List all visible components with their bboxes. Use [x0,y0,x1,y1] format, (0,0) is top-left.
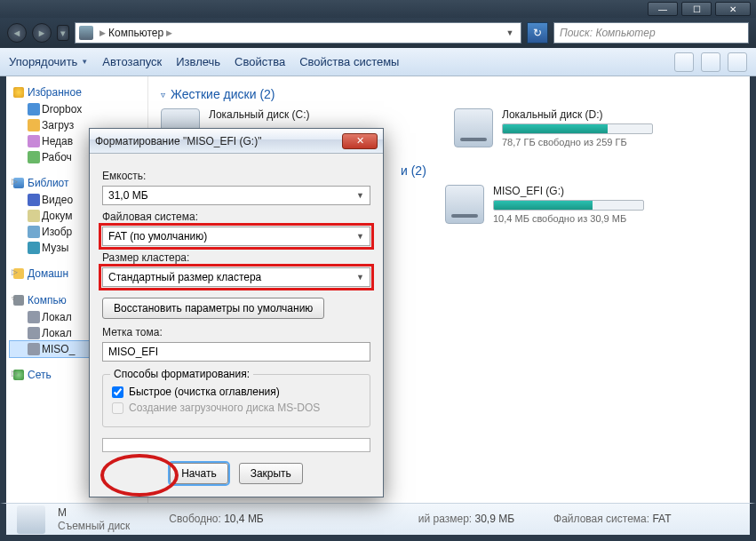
footer-fs-value: FAT [652,513,671,525]
desktop-icon [28,151,40,163]
view-button[interactable] [674,52,694,72]
dropbox-icon [28,103,40,115]
chevron-down-icon: ▼ [356,191,364,200]
properties-button[interactable]: Свойства [235,55,285,68]
chevron-right-icon: ▷ [12,177,18,186]
window-close-button[interactable]: ✕ [715,2,751,16]
history-dropdown[interactable]: ▾ [57,25,69,41]
capacity-label: Емкость: [102,170,370,182]
chevron-down-icon: ▿ [161,90,165,99]
highlight-annotation [100,454,179,497]
chevron-down-icon: ▼ [356,232,364,241]
dialog-title: Форматирование "MISO_EFI (G:)" [95,135,261,147]
usage-bar [493,200,644,211]
system-properties-button[interactable]: Свойства системы [299,55,399,68]
footer-name: M [58,506,130,520]
cluster-label: Размер кластера: [102,251,370,264]
removable-drive-icon [445,185,484,224]
checkbox-icon [112,402,123,414]
footer-totalsize-value: 30,9 МБ [474,513,514,525]
search-input[interactable]: Поиск: Компьютер [553,22,749,44]
autoplay-button[interactable]: Автозапуск [102,55,162,68]
volume-label-input[interactable] [102,342,370,362]
window-titlebar: — ☐ ✕ [0,0,756,18]
help-button[interactable] [728,52,747,72]
forward-button[interactable]: ► [32,23,52,43]
chevron-down-icon: ▿ [12,294,16,303]
drive-icon [28,343,40,355]
details-pane: M Съемный диск Свободно: 10,4 МБ ий разм… [0,503,756,541]
video-icon [28,194,40,206]
minimize-button[interactable]: — [648,2,678,16]
sidebar-favorites[interactable]: Избранное [10,84,144,101]
chevron-right-icon: ▷ [12,369,18,378]
footer-totalsize-label: ий размер: [418,513,472,525]
drive-g[interactable]: MISO_EFI (G:) 10,4 МБ свободно из 30,9 М… [445,185,712,224]
chevron-down-icon: ▼ [356,273,364,282]
restore-defaults-button[interactable]: Восстановить параметры по умолчанию [102,298,324,319]
eject-button[interactable]: Извлечь [176,55,220,68]
usage-bar [502,123,653,134]
back-button[interactable]: ◄ [7,23,27,43]
maximize-button[interactable]: ☐ [681,2,712,16]
address-bar[interactable]: ▶ Компьютер ▶ ▼ [75,22,521,44]
msdos-boot-checkbox: Создание загрузочного диска MS-DOS [112,402,361,414]
breadcrumb-location[interactable]: Компьютер [108,27,163,39]
drive-sublabel: 10,4 МБ свободно из 30,9 МБ [493,213,644,224]
chevron-right-icon: ▷ [12,267,18,276]
drive-label: Локальный диск (C:) [209,108,310,121]
close-button[interactable]: Закрыть [239,463,303,484]
filesystem-select[interactable]: FAT (по умолчанию)▼ [102,227,370,246]
navigation-row: ◄ ► ▾ ▶ Компьютер ▶ ▼ ↻ Поиск: Компьютер [0,18,756,48]
search-placeholder: Поиск: Компьютер [560,27,656,39]
refresh-button[interactable]: ↻ [527,22,548,44]
organize-menu[interactable]: Упорядочить▼ [9,55,88,68]
chevron-down-icon: ▼ [81,58,88,66]
volume-label-label: Метка тома: [102,326,370,338]
computer-icon [79,26,93,40]
cluster-select[interactable]: Стандартный размер кластера▼ [102,267,370,287]
footer-free-value: 10,4 МБ [224,513,264,525]
quick-format-checkbox[interactable]: Быстрое (очистка оглавления) [112,386,361,398]
drive-icon [28,311,40,323]
drive-label: MISO_EFI (G:) [493,185,644,197]
drive-d[interactable]: Локальный диск (D:) 78,7 ГБ свободно из … [454,108,720,147]
filesystem-label: Файловая система: [102,211,370,223]
preview-pane-button[interactable] [701,52,720,72]
format-dialog: Форматирование "MISO_EFI (G:)" ✕ Емкость… [89,128,384,497]
downloads-icon [28,119,40,131]
drive-icon [28,327,40,339]
command-toolbar: Упорядочить▼ Автозапуск Извлечь Свойства… [0,48,756,76]
footer-free-label: Свободно: [169,513,221,525]
drive-icon [17,505,45,534]
hdd-icon [454,108,493,147]
footer-type: Съемный диск [58,520,130,533]
breadcrumb-sep-icon: ▶ [99,28,106,37]
section-hard-disks[interactable]: ▿Жесткие диски (2) [161,84,737,108]
drive-label: Локальный диск (D:) [502,108,653,121]
format-progress [102,438,370,452]
dialog-titlebar[interactable]: Форматирование "MISO_EFI (G:)" ✕ [90,129,383,154]
start-button[interactable]: Начать [170,463,228,484]
recent-icon [28,135,40,147]
sidebar-item-dropbox[interactable]: Dropbox [10,101,144,117]
image-icon [28,226,40,238]
format-methods-label: Способы форматирования: [110,368,253,380]
document-icon [28,210,40,222]
address-dropdown-icon[interactable]: ▼ [503,28,517,37]
drive-sublabel: 78,7 ГБ свободно из 259 ГБ [502,137,653,147]
breadcrumb-sep-icon[interactable]: ▶ [166,28,172,37]
capacity-select[interactable]: 31,0 МБ▼ [102,186,370,205]
music-icon [28,242,40,254]
section-removable[interactable]: и (2) [401,160,737,185]
footer-fs-label: Файловая система: [553,513,649,525]
checkbox-icon[interactable] [112,386,123,398]
dialog-close-button[interactable]: ✕ [342,133,378,149]
